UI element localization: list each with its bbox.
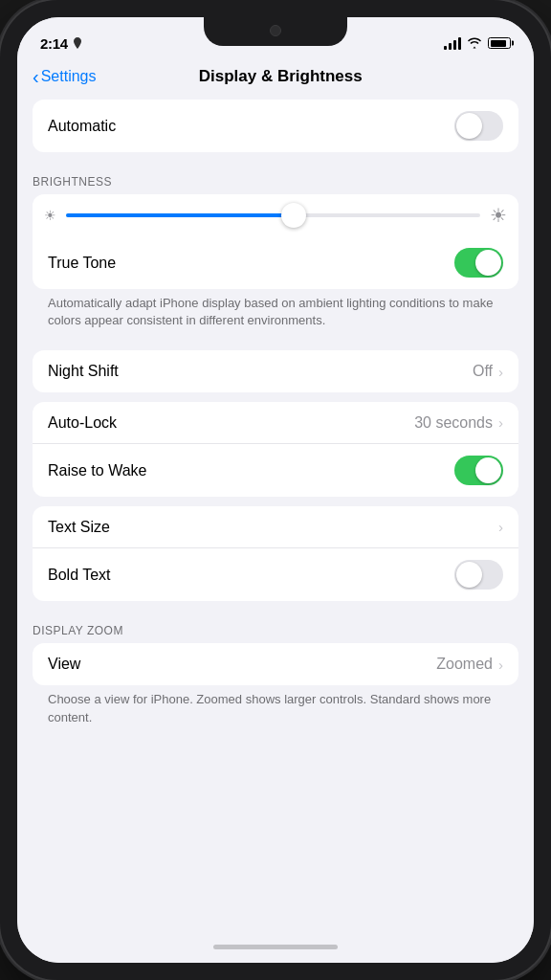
bold-text-toggle-thumb [456,562,482,588]
back-chevron-icon: ‹ [33,67,39,86]
phone-frame: 2:14 [0,0,551,980]
status-time: 2:14 [40,35,68,52]
true-tone-label: True Tone [48,255,116,272]
location-icon [73,37,82,49]
wifi-icon [467,37,482,49]
night-shift-card: Night Shift Off › [33,350,518,392]
auto-lock-value: 30 seconds [414,414,493,432]
back-button[interactable]: ‹ Settings [33,68,96,86]
night-shift-spacer [17,341,534,350]
text-size-row[interactable]: Text Size › [33,506,518,548]
text-size-chevron: › [498,519,503,535]
auto-lock-row[interactable]: Auto-Lock 30 seconds › [33,402,518,444]
home-indicator [17,930,534,963]
night-shift-label: Night Shift [48,363,119,380]
view-description: Choose a view for iPhone. Zoomed shows l… [33,685,518,737]
automatic-card: Automatic [33,100,518,152]
view-value: Zoomed [436,656,493,673]
home-bar [213,945,338,949]
brightness-header: BRIGHTNESS [17,162,534,194]
auto-lock-chevron: › [498,414,503,431]
night-shift-row[interactable]: Night Shift Off › [33,350,518,392]
brightness-card: ☀ ☀ True Tone [33,194,518,289]
lock-spacer [17,392,534,402]
bottom-spacer [17,738,534,757]
night-shift-value: Off [473,363,493,380]
night-shift-chevron: › [498,364,503,380]
slider-fill [66,213,294,217]
automatic-toggle[interactable] [454,111,503,141]
display-zoom-header: DISPLAY ZOOM [17,611,534,643]
text-card: Text Size › Bold Text [33,506,518,601]
zoom-spacer [17,601,534,611]
brightness-high-icon: ☀ [490,204,507,227]
status-icons [444,37,511,50]
top-spacer [17,90,534,100]
true-tone-description: Automatically adapt iPhone display based… [33,289,518,341]
content-area[interactable]: Automatic BRIGHTNESS ☀ ☀ [17,90,534,930]
signal-icon [444,37,461,50]
bold-text-label: Bold Text [48,567,111,584]
auto-lock-right: 30 seconds › [414,414,503,432]
auto-lock-label: Auto-Lock [48,414,117,432]
display-zoom-card: View Zoomed › [33,643,518,685]
battery-icon [488,37,511,49]
text-size-label: Text Size [48,519,110,536]
true-tone-row: True Tone [33,236,518,289]
raise-to-wake-toggle-thumb [475,457,501,483]
brightness-spacer [17,152,534,162]
view-row[interactable]: View Zoomed › [33,643,518,685]
automatic-row: Automatic [33,100,518,152]
brightness-low-icon: ☀ [44,208,56,223]
phone-screen: 2:14 [17,17,534,963]
automatic-label: Automatic [48,118,116,135]
true-tone-toggle-thumb [475,250,501,276]
raise-to-wake-row: Raise to Wake [33,444,518,497]
text-spacer [17,497,534,506]
nav-bar: ‹ Settings Display & Brightness [17,59,534,90]
front-camera [270,25,281,36]
page-title: Display & Brightness [99,67,461,86]
notch [204,17,347,46]
night-shift-right: Off › [473,363,503,380]
view-chevron: › [498,657,503,673]
text-size-right: › [498,519,503,535]
view-label: View [48,656,80,673]
raise-to-wake-toggle[interactable] [454,456,503,485]
brightness-slider[interactable] [66,213,480,217]
back-label: Settings [41,68,97,85]
raise-to-wake-label: Raise to Wake [48,462,146,479]
view-right: Zoomed › [436,656,503,673]
automatic-toggle-thumb [456,113,482,139]
brightness-slider-row: ☀ ☀ [33,194,518,236]
lock-card: Auto-Lock 30 seconds › Raise to Wake [33,402,518,497]
bold-text-row: Bold Text [33,548,518,601]
slider-thumb[interactable] [281,203,306,228]
bold-text-toggle[interactable] [454,560,503,590]
true-tone-toggle[interactable] [454,248,503,278]
